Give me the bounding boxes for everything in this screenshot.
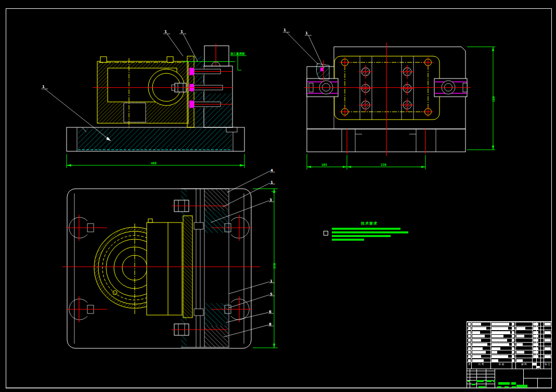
dimension-text: 370 [273,263,276,269]
signature-mark [505,386,509,388]
top-plan-view: 105 230 160 1 1 [283,28,495,169]
bom-row [467,354,552,358]
slot [66,296,107,322]
tech-requirements-title: 技术要求 [361,221,378,226]
bom-row [467,350,552,354]
tech-requirement-line [332,239,364,241]
callout-label: 1 [164,30,167,34]
front-width-dimension: 480 [67,154,244,168]
side-height-dimension: 370 [253,189,278,348]
bom-header-box [537,366,540,368]
dimension-text: 160 [492,96,495,102]
tech-requirements: 技术要求 [321,220,423,246]
bom-header-box [533,363,536,365]
datum-label: 加工基准面 [230,52,245,56]
slot [66,215,107,241]
bom-row [467,346,552,350]
signature-mark [497,386,501,388]
bom-header-col3: 名 称 [493,363,510,365]
bom-row [467,322,552,326]
hole [400,82,414,95]
signature-mark [493,380,495,382]
hole [359,82,372,95]
hole [423,57,433,68]
nut-magenta [189,101,194,108]
top-height-dimension: 160 [467,47,495,150]
workpiece-housing [97,57,188,128]
hole [400,98,414,112]
cad-drawing-sheet: 加工基准面 480 1 1 1 [0,0,556,392]
bom-header-col5: 材 料 [517,363,531,365]
signature-mark [498,382,510,385]
hole [359,98,372,112]
dimension-text: 230 [381,163,386,166]
dimension-text: 105 [321,163,327,166]
nut [194,309,203,316]
signature-mark [472,384,475,385]
callout-label: 1 [180,30,183,34]
signature-mark [476,380,484,382]
bom-row [467,342,552,346]
top-width-dimensions: 105 230 [307,154,425,169]
tech-requirement-line [332,228,400,230]
tech-requirements-checkbox [324,231,328,236]
signature-mark [487,380,492,382]
bom-row [467,338,552,342]
callout-label: 1 [42,85,45,89]
signature-mark [479,386,485,388]
title-block: 序 代 号 名 称 材 料 备 注 [467,321,551,388]
bom-header-col8: 备 注 [543,363,552,365]
nut-magenta [189,68,194,75]
nut [194,223,203,229]
dimension-text: 480 [151,161,157,165]
signature-mark [511,382,516,385]
signature-mark [512,386,516,388]
signature-mark [468,381,470,382]
hole [423,107,433,117]
bom-header-col1: 序 [468,363,471,365]
front-section-view: 加工基准面 480 1 1 1 [41,30,247,168]
signature-mark [521,385,527,388]
hole [340,57,350,68]
base-plate [67,127,244,151]
tech-requirement-line [332,231,408,233]
callout-label: 1 [283,28,286,32]
bom-row [467,358,552,362]
callout-label: 1 [305,31,308,35]
side-section-view: 370 4 1 3 1 5 6 8 [62,168,278,348]
clamp-column [187,44,232,127]
hole [400,65,414,79]
bom-row [467,334,552,338]
hole [359,65,372,79]
top-callouts: 1 1 [283,28,324,68]
hole [340,107,350,117]
tech-requirement-line [332,235,391,237]
bom-header-col2: 代 号 [473,363,489,365]
bom-row [467,330,552,334]
bom-row [467,326,552,330]
